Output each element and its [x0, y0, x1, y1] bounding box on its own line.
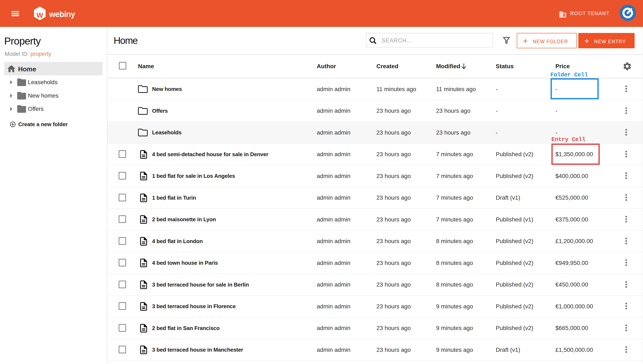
svg-text:W: W [36, 11, 43, 19]
